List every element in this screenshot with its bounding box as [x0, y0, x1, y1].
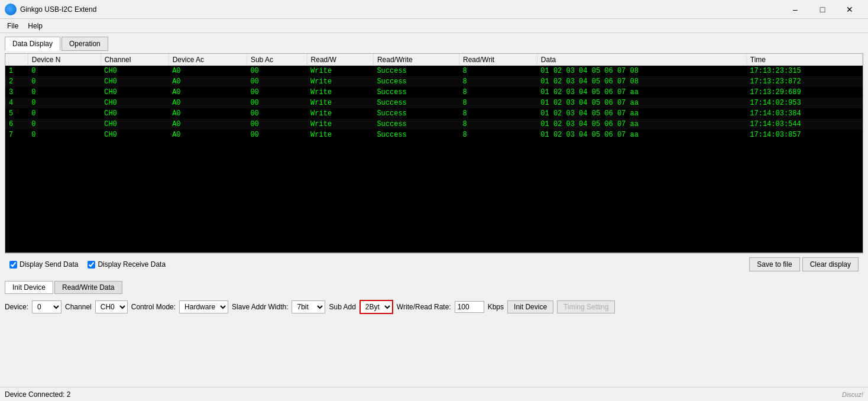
timing-setting-button[interactable]: Timing Setting [557, 300, 615, 313]
cell-sub-addr: 00 [247, 98, 307, 108]
col-header-rw: Read/Write [373, 54, 459, 66]
cell-device: 0 [28, 66, 101, 76]
cell-sub-addr: 00 [247, 87, 307, 98]
cell-data: 01 02 03 04 05 06 07 aa [537, 87, 746, 98]
title-bar: Ginkgo USB-I2C Extend – □ ✕ [0, 0, 868, 19]
tab-init-device[interactable]: Init Device [5, 281, 53, 294]
display-receive-data-label[interactable]: Display Receive Data [88, 260, 166, 269]
cell-sub-addr: 00 [247, 119, 307, 130]
cell-rw: Write [307, 87, 373, 98]
main-content: Data Display Operation Device N Channel … [0, 33, 868, 279]
cell-status: Success [373, 66, 459, 76]
control-mode-label: Control Mode: [131, 303, 176, 311]
cell-device-addr: A0 [169, 130, 247, 140]
cell-sub-addr: 00 [247, 130, 307, 140]
table-row: 2 0 CH0 A0 00 Write Success 8 01 02 03 0… [5, 76, 863, 87]
data-display-section: Device N Channel Device Ac Sub Ac Read/W… [5, 53, 863, 253]
cell-num: 5 [5, 108, 28, 119]
cell-time: 17:13:23:315 [746, 66, 862, 76]
status-bar: Device Connected: 2 Discuz! [0, 387, 868, 401]
channel-label: Channel [65, 303, 92, 311]
cell-device: 0 [28, 87, 101, 98]
cell-time: 17:14:03:384 [746, 108, 862, 119]
cell-status: Success [373, 76, 459, 87]
app-icon [5, 4, 17, 15]
cell-count: 8 [459, 87, 537, 98]
table-row: 6 0 CH0 A0 00 Write Success 8 01 02 03 0… [5, 119, 863, 130]
slave-addr-label: Slave Addr Width: [232, 303, 288, 311]
col-header-rw-short: Read/W [307, 54, 373, 66]
cell-rw: Write [307, 66, 373, 76]
cell-count: 8 [459, 130, 537, 140]
cell-status: Success [373, 108, 459, 119]
cell-device-addr: A0 [169, 76, 247, 87]
display-receive-data-checkbox[interactable] [88, 261, 95, 269]
cell-count: 8 [459, 108, 537, 119]
table-row: 3 0 CH0 A0 00 Write Success 8 01 02 03 0… [5, 87, 863, 98]
cell-time: 17:14:03:857 [746, 130, 862, 140]
rw-rate-input[interactable] [455, 301, 484, 313]
cell-num: 6 [5, 119, 28, 130]
close-button[interactable]: ✕ [836, 0, 863, 19]
cell-device-addr: A0 [169, 119, 247, 130]
cell-rw: Write [307, 98, 373, 108]
table-row: 4 0 CH0 A0 00 Write Success 8 01 02 03 0… [5, 98, 863, 108]
device-select[interactable]: 0 1 2 [32, 300, 61, 313]
display-footer: Display Send Data Display Receive Data S… [5, 253, 863, 275]
sub-addr-select[interactable]: 1Byt 2Byt 3Byt 4Byt [359, 300, 393, 314]
col-header-rw2: Read/Writ [459, 54, 537, 66]
cell-device-addr: A0 [169, 98, 247, 108]
cell-sub-addr: 00 [247, 76, 307, 87]
menu-file[interactable]: File [2, 21, 23, 31]
control-mode-select[interactable]: Hardware Software [179, 300, 228, 313]
init-device-button[interactable]: Init Device [507, 300, 553, 313]
channel-select[interactable]: CH0 CH1 CH2 CH3 [95, 300, 128, 313]
display-send-data-text: Display Send Data [20, 260, 78, 269]
menu-help[interactable]: Help [23, 21, 47, 31]
cell-channel: CH0 [101, 108, 169, 119]
window-controls: – □ ✕ [782, 0, 863, 19]
table-row: 7 0 CH0 A0 00 Write Success 8 01 02 03 0… [5, 130, 863, 140]
display-footer-right: Save to file Clear display [749, 257, 859, 271]
tab-rw-data[interactable]: Read/Write Data [54, 281, 122, 294]
clear-display-button[interactable]: Clear display [802, 257, 859, 271]
cell-rw: Write [307, 119, 373, 130]
cell-channel: CH0 [101, 66, 169, 76]
cell-status: Success [373, 130, 459, 140]
cell-channel: CH0 [101, 87, 169, 98]
display-send-data-label[interactable]: Display Send Data [9, 260, 78, 269]
device-connected-status: Device Connected: 2 [5, 390, 70, 399]
maximize-button[interactable]: □ [809, 0, 836, 19]
cell-count: 8 [459, 76, 537, 87]
cell-data: 01 02 03 04 05 06 07 aa [537, 108, 746, 119]
table-body: 1 0 CH0 A0 00 Write Success 8 01 02 03 0… [5, 66, 863, 140]
cell-time: 17:13:29:689 [746, 87, 862, 98]
discuz-label: Discuz! [842, 391, 863, 398]
col-header-device: Device N [28, 54, 101, 66]
cell-num: 7 [5, 130, 28, 140]
cell-num: 3 [5, 87, 28, 98]
cell-status: Success [373, 119, 459, 130]
cell-status: Success [373, 98, 459, 108]
save-to-file-button[interactable]: Save to file [749, 257, 799, 271]
cell-time: 17:13:23:872 [746, 76, 862, 87]
table-row: 5 0 CH0 A0 00 Write Success 8 01 02 03 0… [5, 108, 863, 119]
cell-num: 1 [5, 66, 28, 76]
display-receive-data-text: Display Receive Data [98, 260, 166, 269]
tab-operation[interactable]: Operation [61, 37, 108, 51]
minimize-button[interactable]: – [782, 0, 809, 19]
slave-addr-select[interactable]: 7bit 10bit [292, 300, 325, 313]
col-header-sub-addr: Sub Ac [247, 54, 307, 66]
data-table: Device N Channel Device Ac Sub Ac Read/W… [5, 54, 863, 140]
cell-channel: CH0 [101, 130, 169, 140]
cell-device: 0 [28, 119, 101, 130]
cell-data: 01 02 03 04 05 06 07 08 [537, 76, 746, 87]
rw-rate-unit: Kbps [488, 303, 504, 311]
menu-bar: File Help [0, 19, 868, 33]
window-title: Ginkgo USB-I2C Extend [20, 5, 782, 14]
cell-channel: CH0 [101, 119, 169, 130]
tab-data-display[interactable]: Data Display [5, 37, 60, 51]
display-send-data-checkbox[interactable] [9, 261, 17, 269]
cell-channel: CH0 [101, 76, 169, 87]
data-empty-area [5, 140, 863, 253]
